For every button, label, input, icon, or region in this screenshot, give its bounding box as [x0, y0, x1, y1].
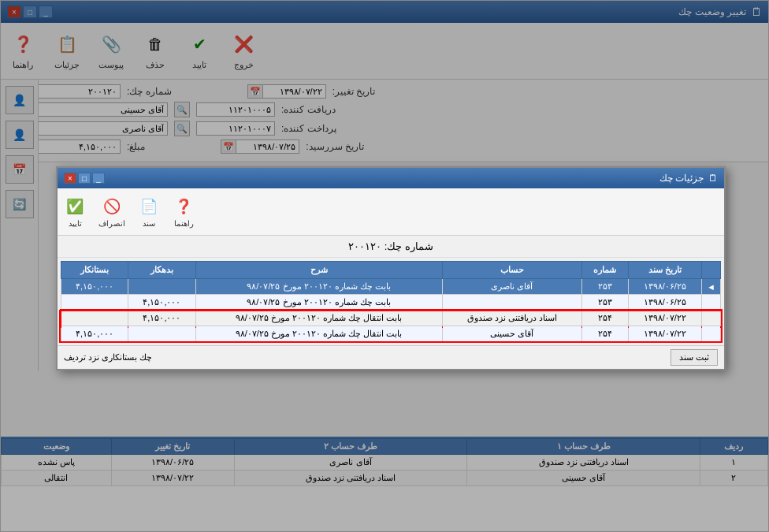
row-indicator: ◄	[702, 279, 721, 295]
modal-cancel-label: انصراف	[98, 219, 125, 228]
cell-description: بابت چك شماره ۲۰۰۱۲۰ مورخ ۹۸/۰۷/۲۵	[195, 295, 442, 311]
main-window: 🗒 تغییر وضعیت چك _ □ × ❌ خروج ✔ تایید 🗑 …	[0, 0, 769, 532]
modal-title: جزئیات چك	[659, 173, 704, 184]
footer-info: چك بستانكاری نزد تردیف	[64, 352, 152, 363]
cell-creditor	[61, 295, 128, 311]
modal-title-bar: 🗒 جزئیات چك _ □ ×	[58, 168, 724, 188]
cell-creditor: ۴,۱۵۰,۰۰۰	[61, 279, 128, 295]
cell-date: ۱۳۹۸/۰۷/۲۲	[628, 326, 702, 342]
footer-text: چك بستانكاری نزد تردیف	[64, 352, 152, 362]
modal-toolbar-document[interactable]: 📄 سند	[138, 195, 160, 228]
modal-col-date: تاریخ سند	[628, 262, 702, 279]
cell-creditor	[61, 311, 128, 326]
cell-debtor: ۴,۱۵۰,۰۰۰	[128, 311, 195, 326]
cell-account: آقای ناصری	[442, 279, 581, 295]
modal-col-description: شرح	[195, 262, 442, 279]
modal-document-label: سند	[143, 219, 155, 228]
modal-table-row-1[interactable]: ◄ ۱۳۹۸/۰۶/۲۵ ۲۵۳ آقای ناصری بابت چك شمار…	[61, 279, 721, 295]
cell-account: اسناد دریافتنی نزد صندوق	[442, 311, 581, 326]
cell-date: ۱۳۹۸/۰۶/۲۵	[628, 279, 702, 295]
modal-maximize-btn[interactable]: □	[78, 173, 91, 184]
cell-debtor	[128, 326, 195, 342]
modal-cheque-label: شماره چك:	[384, 240, 433, 252]
cell-date: ۱۳۹۸/۰۷/۲۲	[628, 311, 702, 326]
modal-toolbar-help[interactable]: ❓ راهنما	[173, 195, 195, 228]
modal-document-icon: 📄	[138, 195, 160, 218]
modal-confirm-icon: ✅	[64, 195, 86, 218]
modal-col-creditor: بستانکار	[61, 262, 128, 279]
modal-table-container: تاریخ سند شماره حساب شرح بدهکار بستانکار…	[58, 258, 724, 345]
modal-dialog: 🗒 جزئیات چك _ □ × ❓ راهنما 📄 سند 🚫 انصرا…	[56, 166, 726, 370]
cell-number: ۲۵۴	[581, 326, 628, 342]
modal-col-debtor: بدهکار	[128, 262, 195, 279]
cell-debtor: ۴,۱۵۰,۰۰۰	[128, 295, 195, 311]
modal-confirm-label: تایید	[69, 219, 82, 228]
register-document-btn[interactable]: ثبت سند	[671, 349, 718, 366]
cell-number: ۲۵۳	[581, 279, 628, 295]
modal-table-row-3[interactable]: ۱۳۹۸/۰۷/۲۲ ۲۵۴ اسناد دریافتنی نزد صندوق …	[61, 311, 721, 326]
modal-col-number: شماره	[581, 262, 628, 279]
cell-number: ۲۵۳	[581, 295, 628, 311]
modal-minimize-btn[interactable]: _	[92, 173, 105, 184]
modal-table: تاریخ سند شماره حساب شرح بدهکار بستانکار…	[61, 261, 721, 342]
cell-description: بابت انتقال چك شماره ۲۰۰۱۲۰ مورخ ۹۸/۰۷/۲…	[195, 311, 442, 326]
cell-date: ۱۳۹۸/۰۶/۲۵	[628, 295, 702, 311]
modal-col-account: حساب	[442, 262, 581, 279]
modal-window-controls: _ □ ×	[64, 173, 105, 184]
cell-number: ۲۵۴	[581, 311, 628, 326]
row-indicator	[702, 326, 721, 342]
modal-cheque-value: ۲۰۰۱۲۰	[348, 240, 381, 252]
modal-toolbar: ❓ راهنما 📄 سند 🚫 انصراف ✅ تایید	[58, 188, 724, 236]
cell-account	[442, 295, 581, 311]
modal-table-row-2[interactable]: ۱۳۹۸/۰۶/۲۵ ۲۵۳ بابت چك شماره ۲۰۰۱۲۰ مورخ…	[61, 295, 721, 311]
row-indicator	[702, 295, 721, 311]
cell-debtor	[128, 279, 195, 295]
modal-toolbar-cancel[interactable]: 🚫 انصراف	[98, 195, 125, 228]
modal-cheque-number: شماره چك: ۲۰۰۱۲۰	[58, 236, 724, 258]
cell-description: بابت چك شماره ۲۰۰۱۲۰ مورخ ۹۸/۰۷/۲۵	[195, 279, 442, 295]
cell-account: آقای حسینی	[442, 326, 581, 342]
modal-help-icon: ❓	[173, 195, 195, 218]
modal-close-btn[interactable]: ×	[64, 173, 76, 184]
modal-table-row-4[interactable]: ۱۳۹۸/۰۷/۲۲ ۲۵۴ آقای حسینی بابت انتقال چك…	[61, 326, 721, 342]
cell-creditor: ۴,۱۵۰,۰۰۰	[61, 326, 128, 342]
modal-toolbar-confirm[interactable]: ✅ تایید	[64, 195, 86, 228]
modal-help-label: راهنما	[174, 219, 194, 228]
cell-description: بابت انتقال چك شماره ۲۰۰۱۲۰ مورخ ۹۸/۰۷/۲…	[195, 326, 442, 342]
modal-cancel-icon: 🚫	[101, 195, 123, 218]
modal-footer: ثبت سند چك بستانكاری نزد تردیف	[58, 345, 724, 369]
row-indicator	[702, 311, 721, 326]
modal-col-indicator	[702, 262, 721, 279]
